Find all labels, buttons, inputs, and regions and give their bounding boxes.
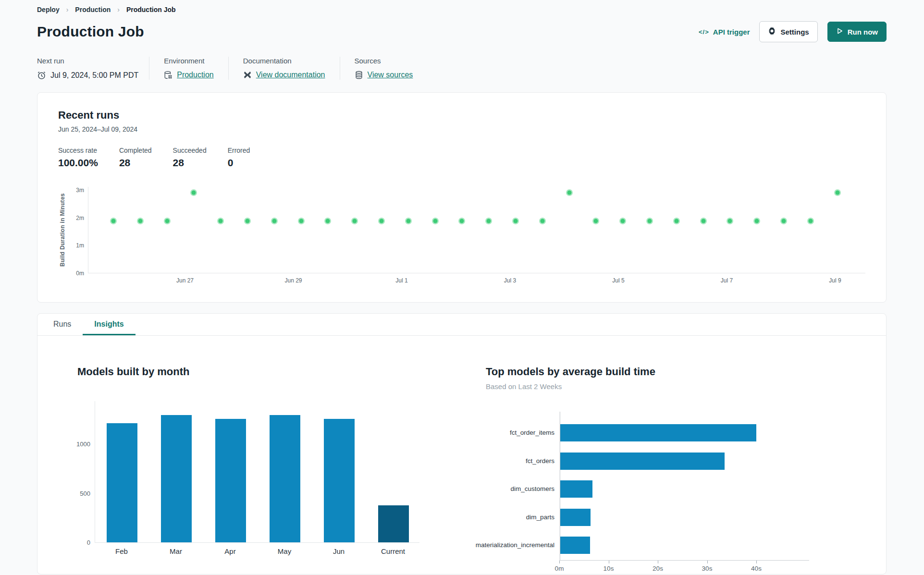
- hbar-x-tick-mark: [609, 561, 609, 563]
- run-data-point: [460, 219, 464, 223]
- hbar-x-tick-label: 40s: [751, 565, 762, 572]
- top-models-title: Top models by average build time: [486, 366, 822, 378]
- scatter-x-tick-label: Jul 5: [612, 277, 624, 284]
- run-data-point: [514, 219, 518, 223]
- meta-value: Production: [164, 71, 214, 79]
- run-data-point: [246, 219, 250, 223]
- meta-value: Jul 9, 2024, 5:00 PM PDT: [37, 71, 138, 80]
- play-icon: [836, 27, 843, 36]
- hbar-x-tick-mark: [707, 561, 708, 563]
- code-icon: </>: [699, 28, 709, 36]
- meta-link[interactable]: View documentation: [256, 71, 325, 79]
- page: Deploy›Production›Production Job Product…: [0, 0, 924, 575]
- meta-column-next-run: Next runJul 9, 2024, 5:00 PM PDT: [37, 57, 149, 80]
- run-data-point: [808, 219, 813, 223]
- hbar-x-tick-mark: [559, 561, 560, 563]
- recent-runs-title: Recent runs: [58, 109, 865, 122]
- scatter-x-tick-label: Jul 9: [829, 277, 841, 284]
- environment-icon: [164, 71, 172, 79]
- bar-x-tick-label: Current: [381, 547, 405, 555]
- tab-bar: RunsInsights: [37, 314, 886, 336]
- hbar-category-label: fct_order_items: [510, 429, 554, 436]
- insights-charts: Models built by month 05001000 FebMarApr…: [37, 336, 886, 574]
- breadcrumb: Deploy›Production›Production Job: [37, 4, 887, 13]
- models-built-title: Models built by month: [77, 366, 443, 378]
- hbar-category-label: fct_orders: [526, 457, 554, 465]
- stat-value: 28: [119, 157, 152, 169]
- hbar-x-axis-ticks: 0m10s20s30s40s: [559, 561, 822, 574]
- run-data-point: [111, 219, 116, 223]
- run-data-point: [138, 219, 142, 223]
- api-trigger-link[interactable]: </> API trigger: [699, 28, 750, 36]
- scatter-y-tick-label: 0m: [76, 270, 84, 277]
- bar-x-tick-label: Apr: [224, 547, 235, 555]
- tab-insights[interactable]: Insights: [83, 314, 135, 335]
- tab-runs[interactable]: Runs: [42, 314, 83, 335]
- meta-value: View documentation: [243, 71, 325, 79]
- meta-link[interactable]: View sources: [368, 71, 413, 79]
- top-models-subtitle: Based on Last 2 Weeks: [486, 382, 822, 391]
- run-now-label: Run now: [848, 28, 878, 36]
- run-now-button[interactable]: Run now: [827, 22, 887, 42]
- models-built-by-month-chart: Models built by month 05001000 FebMarApr…: [77, 366, 443, 574]
- run-data-point: [755, 219, 759, 223]
- stat-label: Errored: [228, 147, 250, 154]
- scatter-x-axis-ticks: Jun 27Jun 29Jul 1Jul 3Jul 5Jul 7Jul 9: [88, 277, 865, 288]
- bar-y-tick-label: 0: [87, 539, 90, 546]
- hbar-x-tick-label: 30s: [702, 565, 713, 572]
- dbt-docs-icon: [243, 71, 252, 79]
- run-data-point: [406, 219, 410, 223]
- meta-link[interactable]: Production: [177, 71, 214, 79]
- scatter-x-tick-label: Jun 27: [176, 277, 194, 284]
- run-data-point: [540, 219, 544, 223]
- stat-completed: Completed28: [119, 147, 152, 169]
- hbar-dim_parts: [560, 509, 591, 526]
- bar-plot-area: [95, 401, 419, 543]
- scatter-y-tick-label: 1m: [76, 242, 84, 249]
- hbar-materialization_incremental: [560, 537, 590, 554]
- hbar-x-tick-label: 0m: [555, 565, 564, 572]
- settings-button[interactable]: Settings: [759, 21, 817, 42]
- run-data-point: [353, 219, 357, 223]
- meta-column-documentation: DocumentationView documentation: [228, 57, 340, 80]
- scatter-x-tick-label: Jun 29: [284, 277, 302, 284]
- breadcrumb-separator-icon: ›: [66, 6, 69, 13]
- bar-x-tick-label: Feb: [115, 547, 128, 555]
- stat-errored: Errored0: [228, 147, 250, 169]
- build-duration-chart: Build Duration in Minutes 0m1m2m3m: [58, 187, 865, 273]
- scatter-x-tick-label: Jul 7: [721, 277, 733, 284]
- hbar-x-tick-mark: [756, 561, 757, 563]
- run-data-point: [594, 219, 598, 223]
- scatter-y-axis-ticks: 0m1m2m3m: [67, 187, 88, 273]
- bar-x-tick-label: Mar: [170, 547, 182, 555]
- meta-column-sources: SourcesView sources: [340, 57, 428, 80]
- stat-label: Success rate: [58, 147, 98, 154]
- run-data-point: [299, 219, 303, 223]
- run-data-point: [648, 219, 652, 223]
- bar-mar: [161, 415, 192, 542]
- bar-x-tick-label: Jun: [333, 547, 345, 555]
- hbar-plot-area: [559, 412, 809, 561]
- meta-value: View sources: [355, 71, 413, 79]
- run-data-point: [326, 219, 330, 223]
- meta-label: Sources: [355, 57, 413, 65]
- stat-value: 100.00%: [58, 157, 98, 169]
- breadcrumb-item-deploy[interactable]: Deploy: [37, 6, 60, 13]
- breadcrumb-item-production[interactable]: Production: [75, 6, 111, 13]
- run-data-point: [433, 219, 437, 223]
- bar-may: [270, 415, 300, 542]
- hbar-x-tick-mark: [658, 561, 658, 563]
- bar-y-tick-label: 500: [80, 490, 90, 497]
- bar-y-axis-ticks: 05001000: [77, 401, 95, 543]
- meta-column-environment: EnvironmentProduction: [149, 57, 228, 80]
- hbar-fct_orders: [560, 453, 725, 470]
- hbar-category-label: dim_customers: [510, 485, 554, 492]
- stat-value: 28: [173, 157, 207, 169]
- settings-label: Settings: [780, 28, 809, 36]
- scatter-plot-area: [88, 187, 865, 273]
- scatter-x-tick-label: Jul 3: [504, 277, 516, 284]
- breadcrumb-separator-icon: ›: [117, 6, 120, 13]
- run-data-point: [782, 219, 786, 223]
- run-data-point: [219, 219, 223, 223]
- scatter-y-tick-label: 3m: [76, 187, 84, 194]
